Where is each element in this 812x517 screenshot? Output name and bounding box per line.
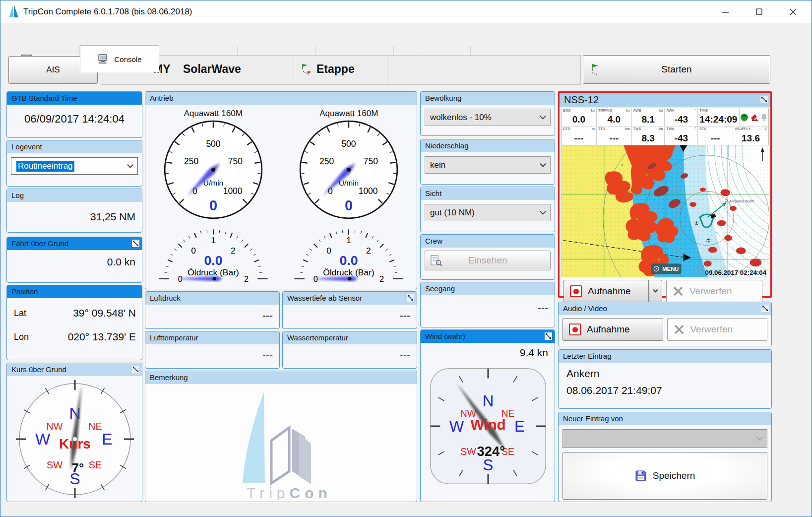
menu-button: MENU <box>651 263 681 274</box>
tab-strip: System Console Eintragungen Auswertung A… <box>0 23 812 50</box>
tab-label: Console <box>114 55 141 64</box>
instrument-cell: AWSkn8.1 <box>632 108 665 126</box>
svg-text:SW: SW <box>460 446 476 457</box>
lon-value: 020° 13.739' E <box>68 331 136 343</box>
neuer-eintrag-select[interactable] <box>562 429 767 448</box>
nss12-panel: NSS-12 SOGkn0.0 TRPAVGkn4.0 AWSkn8.1 AWA… <box>558 91 772 298</box>
svg-text:NW: NW <box>46 421 62 432</box>
sicht-select[interactable]: gut (10 NM) <box>425 204 551 221</box>
x-icon <box>673 286 684 297</box>
oil-value: 0.0 <box>204 253 222 268</box>
discard-label: Verwerfen <box>690 324 733 335</box>
etappe-label[interactable]: Etappe <box>316 63 355 76</box>
seegang-value: --- <box>538 302 548 314</box>
close-button[interactable] <box>781 0 805 23</box>
popout-icon[interactable] <box>761 305 769 312</box>
svg-text:SE: SE <box>89 459 102 470</box>
sog-value: 0.0 kn <box>107 256 135 268</box>
panel-header: Wassertiefe ab Sensor <box>283 292 417 305</box>
panel-header: NSS-12 <box>560 93 770 107</box>
maximize-button[interactable] <box>748 0 771 23</box>
logevent-select[interactable]: Routineeintrag <box>11 157 138 175</box>
svg-text:N: N <box>483 392 494 410</box>
luftdruck-panel: Luftdruck --- <box>145 291 280 329</box>
instrument-cell: ETA--- <box>698 127 733 145</box>
boat-name: SolarWave <box>183 63 241 76</box>
popout-icon[interactable] <box>760 96 768 103</box>
gtb-time-panel: GTB Standard Time 06/09/2017 14:24:04 <box>6 91 142 138</box>
rpm-value: 0 <box>209 197 217 213</box>
seegang-panel: Seegang --- <box>420 282 555 327</box>
instrument-cell: TTDhrs--- <box>597 127 632 145</box>
bewoelkung-select[interactable]: wolkenlos - 10% <box>425 109 551 126</box>
speichern-button[interactable]: Speichern <box>562 452 767 500</box>
instrument-cell: DTDm--- <box>562 127 597 145</box>
panel-header: Neuer Eintrag von <box>559 412 771 425</box>
wind-speed: 9.4 kn <box>520 347 548 359</box>
tripcon-watermark: TripCon <box>197 386 366 500</box>
popout-icon[interactable] <box>132 240 139 247</box>
niederschlag-panel: Niederschlag kein <box>420 139 555 185</box>
rpm-gauge: 250 500 750 0 1000 U/min 0 <box>296 119 401 221</box>
panel-header: Seegang <box>421 282 555 295</box>
nss-record-split-button[interactable]: Aufnahme <box>563 280 662 303</box>
chartplotter-capture: Antipaxos Bucht MENU 09.06.2017 02:24:04 <box>561 145 769 277</box>
antrieb-panel: Antrieb Aquawatt 160M 250 500 750 0 1000… <box>145 91 417 289</box>
titlebar: TripCon Complete 6.0.1.708 (bis 08.06.20… <box>0 0 812 23</box>
panel-header: Antrieb <box>145 92 417 105</box>
panel-header: Wassertemperatur <box>283 331 417 344</box>
svg-text:500: 500 <box>342 139 356 149</box>
lat-label: Lat <box>14 308 26 319</box>
lat-value: 39° 09.548' N <box>73 307 136 319</box>
bell-icon <box>760 113 768 122</box>
niederschlag-select[interactable]: kein <box>425 156 551 174</box>
course-center-label: Kurs <box>59 436 91 452</box>
svg-text:2: 2 <box>366 246 371 256</box>
divider <box>387 56 387 84</box>
chevron-down-icon <box>127 162 133 168</box>
svg-text:W: W <box>35 430 51 448</box>
map-place-label: Antipaxos Bucht <box>729 199 754 203</box>
oil-label: Öldruck (Bar) <box>187 267 239 277</box>
crew-einsehen-button[interactable]: Einsehen <box>425 251 551 270</box>
oil-value: 0.0 <box>340 253 358 268</box>
discard-button[interactable]: Verwerfen <box>666 280 762 303</box>
sicht-value: gut (10 NM) <box>430 208 475 218</box>
panel-header: Audio / Video <box>559 302 771 315</box>
tab-console[interactable]: Console <box>80 45 159 72</box>
record-dropdown-button[interactable] <box>649 280 662 303</box>
wind-direction-value: 324° <box>477 444 505 459</box>
record-button[interactable]: Aufnahme <box>563 280 649 303</box>
instrument-status-icons <box>740 108 768 126</box>
panel-header: Lufttemperatur <box>145 331 279 344</box>
svg-text:0: 0 <box>326 246 331 256</box>
popout-icon[interactable] <box>132 366 139 373</box>
svg-text:SW: SW <box>47 459 62 470</box>
instrument-cell: VSUPPLYV13.6 <box>733 127 768 145</box>
course-value: 7° <box>72 460 84 475</box>
discard-button[interactable]: Verwerfen <box>667 318 768 341</box>
starten-button[interactable]: Starten <box>583 55 770 84</box>
engine-1-gauges: Aquawatt 160M 250 500 750 0 1000 U/min 0… <box>145 105 281 283</box>
tripcon-logo-icon <box>7 4 20 19</box>
popout-icon[interactable] <box>545 332 552 340</box>
bemerkung-textarea[interactable]: TripCon <box>145 384 417 502</box>
chevron-down-icon <box>540 208 546 215</box>
minimize-icon <box>722 8 729 15</box>
instrument-cell: TRPAVGkn4.0 <box>597 108 632 126</box>
course-compass: N E S W NW NE SW SE Kurs 7° <box>13 377 137 501</box>
svg-text:S: S <box>483 456 494 474</box>
gps-status-icon <box>740 113 749 122</box>
wind-compass: N E S W NW NE SW SE Wind 324° <box>428 366 549 487</box>
svg-text:250: 250 <box>184 156 198 166</box>
record-button[interactable]: Aufnahme <box>562 318 663 341</box>
engine-label: Aquawatt 160M <box>319 109 378 119</box>
popout-icon[interactable] <box>407 294 414 302</box>
x-icon <box>674 324 685 335</box>
minimize-button[interactable] <box>714 0 738 23</box>
panel-header: Sicht <box>421 187 555 200</box>
app-window: TripCon Complete 6.0.1.708 (bis 08.06.20… <box>0 0 812 517</box>
maximize-icon <box>756 8 763 15</box>
panel-header: Position <box>7 285 142 298</box>
logevent-selected-value: Routineeintrag <box>16 161 74 172</box>
